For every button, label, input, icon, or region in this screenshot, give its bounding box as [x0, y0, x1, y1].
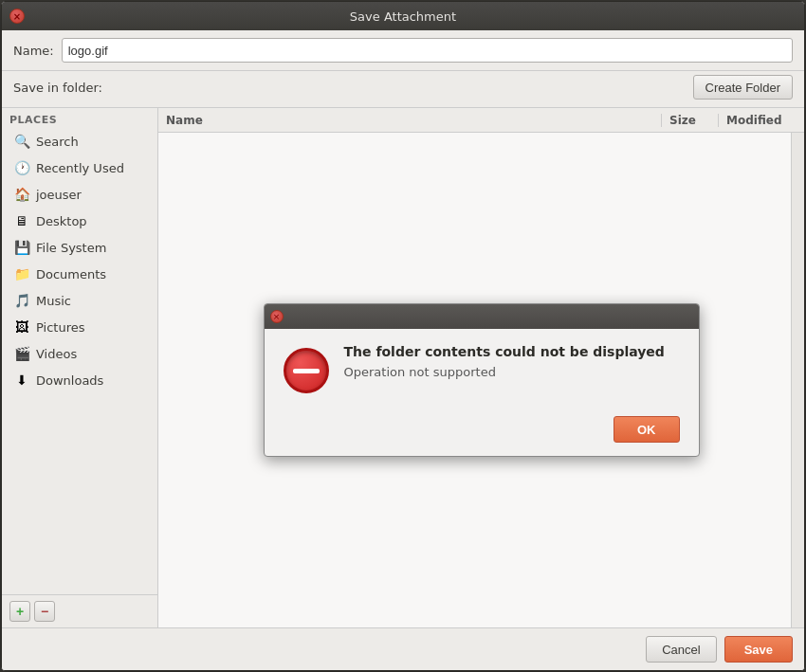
bottom-bar: Cancel Save — [2, 627, 804, 670]
recently-used-icon — [13, 159, 30, 176]
save-button[interactable]: Save — [724, 636, 793, 663]
sidebar-item-label-videos: Videos — [36, 347, 77, 361]
titlebar: × Save Attachment — [2, 2, 804, 30]
save-in-label: Save in folder: — [13, 81, 102, 95]
close-button[interactable]: × — [9, 9, 25, 24]
music-icon — [13, 292, 30, 309]
sidebar-item-desktop[interactable]: Desktop — [6, 209, 154, 233]
dialog-message: Operation not supported — [344, 365, 680, 379]
name-input[interactable] — [62, 38, 793, 63]
error-icon-minus — [293, 369, 320, 373]
sidebar-item-label-music: Music — [36, 294, 71, 308]
save-attachment-window: × Save Attachment Name: Save in folder: … — [1, 1, 805, 671]
home-icon — [13, 186, 30, 203]
column-header-size: Size — [662, 114, 719, 127]
file-content: × The folder contents could not be displ… — [158, 133, 804, 627]
dialog-footer: OK — [265, 409, 699, 456]
sidebar-item-filesystem[interactable]: File System — [6, 235, 154, 260]
cancel-button[interactable]: Cancel — [646, 636, 716, 663]
ok-button[interactable]: OK — [614, 416, 680, 443]
sidebar-item-label-documents: Documents — [36, 267, 106, 282]
videos-icon — [13, 345, 30, 362]
dialog-overlay: × The folder contents could not be displ… — [158, 133, 804, 627]
sidebar-bottom-buttons: + − — [2, 594, 157, 627]
pictures-icon — [13, 318, 30, 336]
dialog-titlebar: × — [265, 304, 699, 329]
remove-bookmark-button[interactable]: − — [34, 601, 55, 622]
sidebar-item-label-pictures: Pictures — [36, 320, 84, 335]
sidebar: Places Search Recently Used joeuser Desk… — [2, 108, 158, 627]
desktop-icon — [13, 212, 30, 229]
file-header: Name Size Modified — [158, 108, 804, 133]
sidebar-item-recently-used[interactable]: Recently Used — [6, 155, 154, 180]
sidebar-item-label-filesystem: File System — [36, 241, 106, 255]
sidebar-item-label-recently-used: Recently Used — [36, 161, 124, 175]
sidebar-item-videos[interactable]: Videos — [6, 341, 154, 366]
main-area: Places Search Recently Used joeuser Desk… — [2, 108, 804, 627]
sidebar-header: Places — [2, 108, 157, 128]
sidebar-item-pictures[interactable]: Pictures — [6, 315, 154, 339]
downloads-icon — [13, 372, 30, 389]
sidebar-item-documents[interactable]: Documents — [6, 262, 154, 286]
sidebar-item-label-desktop: Desktop — [36, 214, 87, 228]
name-label: Name: — [13, 44, 54, 58]
column-header-name: Name — [158, 114, 662, 127]
sidebar-item-label-downloads: Downloads — [36, 373, 103, 388]
documents-icon — [13, 265, 30, 282]
error-icon — [284, 348, 329, 393]
sidebar-item-downloads[interactable]: Downloads — [6, 368, 154, 392]
sidebar-item-search[interactable]: Search — [6, 129, 154, 154]
dialog-title: The folder contents could not be display… — [344, 344, 680, 359]
error-dialog: × The folder contents could not be displ… — [264, 303, 700, 457]
search-icon — [13, 133, 30, 150]
sidebar-item-label-joeuser: joeuser — [36, 188, 82, 202]
dialog-body: The folder contents could not be display… — [265, 329, 699, 409]
dialog-close-button[interactable]: × — [270, 310, 284, 323]
create-folder-button[interactable]: Create Folder — [693, 75, 793, 100]
filesystem-icon — [13, 239, 30, 256]
name-row: Name: — [2, 30, 804, 71]
file-area: Name Size Modified × — [158, 108, 804, 627]
sidebar-item-label-search: Search — [36, 135, 79, 149]
dialog-text-area: The folder contents could not be display… — [344, 344, 680, 379]
sidebar-item-music[interactable]: Music — [6, 288, 154, 313]
add-bookmark-button[interactable]: + — [9, 601, 30, 622]
sidebar-item-joeuser[interactable]: joeuser — [6, 182, 154, 207]
window-title: Save Attachment — [32, 9, 774, 24]
column-header-modified: Modified — [719, 114, 804, 127]
save-in-row: Save in folder: Create Folder — [2, 71, 804, 108]
